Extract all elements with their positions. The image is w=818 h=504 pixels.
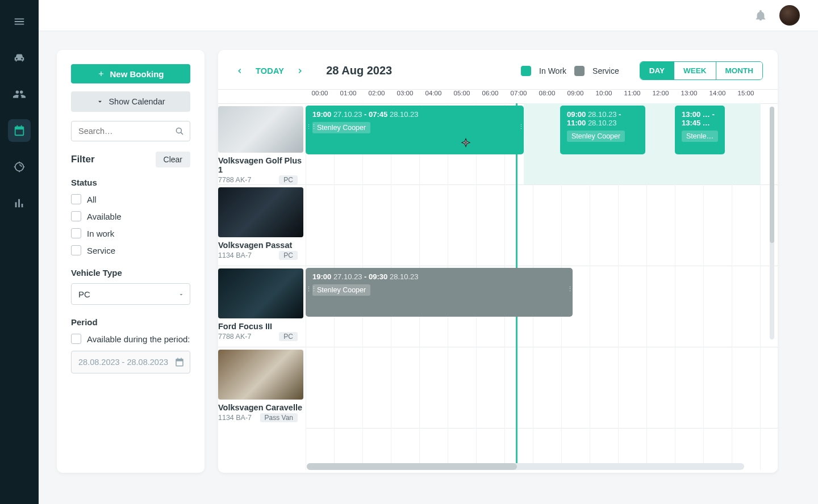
chevron-down-icon: [178, 291, 185, 298]
calendar-icon[interactable]: [8, 119, 31, 142]
status-label: Service: [87, 246, 115, 255]
time-label: 08:00: [533, 90, 561, 103]
vertical-scroll-thumb[interactable]: [770, 107, 774, 243]
row-label-column: Volksvagen Golf Plus 17788 AK-7PCVolksva…: [218, 103, 306, 428]
filter-title: Filter: [71, 154, 95, 165]
checkbox-icon: [71, 211, 81, 221]
vehicle-type-badge: Pass Van: [260, 413, 298, 422]
checkbox-icon: [71, 245, 81, 255]
booking-customer: Stenley Cooper: [312, 122, 370, 133]
time-label: 12:00: [646, 90, 675, 103]
vehicle-type-badge: PC: [279, 251, 298, 260]
avatar[interactable]: [779, 5, 800, 26]
vehicle-name: Volksvagen Caravelle: [218, 403, 306, 412]
vehicle-row: Volksvagen Caravelle1134 BA-7Pass Van: [218, 347, 306, 428]
horizontal-scrollbar[interactable]: [307, 463, 744, 470]
vehicle-name: Volksvagen Passat: [218, 241, 306, 250]
drag-handle-left[interactable]: ⋮⋮: [306, 287, 310, 297]
time-label: 11:00: [618, 90, 646, 103]
view-toggle: DAY WEEK MONTH: [640, 61, 763, 80]
status-checkbox-in-work[interactable]: In work: [71, 228, 190, 238]
vehicle-image: [218, 268, 303, 318]
timeline-grid[interactable]: 19:00 27.10.23 - 07:45 28.10.23Stenley C…: [306, 103, 778, 470]
drag-handle-left[interactable]: ⋮⋮: [306, 125, 310, 135]
svg-point-0: [15, 163, 24, 171]
vehicle-image: [218, 187, 303, 237]
car-icon[interactable]: [8, 47, 31, 69]
today-button[interactable]: TODAY: [256, 66, 284, 75]
booking-customer: Stenley Cooper: [312, 284, 370, 296]
svg-point-1: [176, 128, 181, 133]
booking-time: 19:00 27.10.23 - 07:45 28.10.23: [312, 110, 517, 119]
vertical-scrollbar[interactable]: [770, 107, 774, 339]
vehicle-type-badge: PC: [279, 332, 298, 341]
time-label: 07:00: [504, 90, 533, 103]
period-checkbox-label: Available during the period:: [87, 334, 190, 344]
booking-block[interactable]: 19:00 27.10.23 - 09:30 28.10.23Stenley C…: [306, 268, 573, 317]
vehicle-image: [218, 106, 303, 153]
target-icon[interactable]: [8, 156, 31, 178]
top-bar: [39, 0, 818, 31]
new-booking-button[interactable]: New Booking: [71, 64, 190, 83]
vehicle-image: [218, 350, 303, 400]
status-label: Available: [87, 212, 122, 221]
vehicle-name: Ford Focus III: [218, 322, 306, 331]
period-title: Period: [71, 317, 190, 327]
view-day-button[interactable]: DAY: [640, 62, 674, 79]
period-date-input[interactable]: [71, 351, 190, 373]
schedule-header: TODAY 28 Aug 2023 In Work Service DAY WE…: [218, 50, 778, 89]
new-booking-label: New Booking: [110, 69, 164, 79]
booking-time: 19:00 27.10.23 - 09:30 28.10.23: [312, 272, 566, 281]
chevron-down-icon: [96, 98, 104, 106]
drag-handle-right[interactable]: ⋮⋮: [518, 125, 523, 135]
booking-block[interactable]: 19:00 27.10.23 - 07:45 28.10.23Stenley C…: [306, 106, 524, 154]
vehicle-type-badge: PC: [279, 175, 298, 184]
vehicle-row: Volksvagen Passat1134 BA-7PC: [218, 184, 306, 266]
booking-customer: Stenley Cooper: [567, 131, 625, 142]
side-nav: [0, 0, 39, 504]
search-input[interactable]: [71, 121, 190, 141]
inwork-swatch: [521, 66, 531, 76]
vehicle-type-title: Vehicle Type: [71, 268, 190, 278]
calendar-icon: [174, 357, 185, 367]
period-checkbox[interactable]: Available during the period:: [71, 334, 190, 344]
booking-customer: Stenle…: [682, 131, 718, 142]
bell-icon[interactable]: [754, 9, 767, 22]
status-label: All: [87, 195, 97, 204]
show-calendar-button[interactable]: Show Calendar: [71, 91, 190, 112]
time-label: 03:00: [391, 90, 419, 103]
horizontal-scroll-thumb[interactable]: [307, 463, 517, 470]
plus-icon: [97, 70, 105, 78]
checkbox-icon: [71, 228, 81, 238]
clear-button[interactable]: Clear: [156, 152, 190, 167]
status-label: In work: [87, 229, 114, 238]
prev-day-button[interactable]: [233, 64, 247, 78]
status-checkbox-available[interactable]: Available: [71, 211, 190, 221]
time-label: 14:00: [703, 90, 732, 103]
time-label: 01:00: [334, 90, 362, 103]
chevron-right-icon: [296, 67, 304, 75]
menu-icon[interactable]: [8, 10, 31, 33]
drag-handle-right[interactable]: ⋮⋮: [567, 287, 571, 297]
booking-block[interactable]: 09:00 28.10.23 - 11:00 28.10.23Stenley C…: [560, 106, 645, 154]
time-header: 00:0001:0002:0003:0004:0005:0006:0007:00…: [306, 90, 760, 103]
status-checkbox-all[interactable]: All: [71, 194, 190, 204]
view-week-button[interactable]: WEEK: [674, 62, 716, 79]
view-month-button[interactable]: MONTH: [716, 62, 763, 79]
vehicle-type-select[interactable]: PC: [71, 283, 190, 305]
time-label: 09:00: [561, 90, 590, 103]
checkbox-icon: [71, 194, 81, 204]
people-icon[interactable]: [8, 83, 31, 106]
booking-block[interactable]: 13:00 … - 13:45 …Stenle…: [675, 106, 725, 154]
chart-icon[interactable]: [8, 192, 31, 215]
status-checkbox-service[interactable]: Service: [71, 245, 190, 255]
status-title: Status: [71, 178, 190, 187]
vehicle-name: Volksvagen Golf Plus 1: [218, 156, 306, 174]
next-day-button[interactable]: [293, 64, 307, 78]
time-label: 04:00: [419, 90, 448, 103]
time-label: 13:00: [675, 90, 703, 103]
schedule-panel: TODAY 28 Aug 2023 In Work Service DAY WE…: [218, 50, 778, 473]
vehicle-row: Ford Focus III7788 AK-7PC: [218, 266, 306, 347]
legend-inwork-label: In Work: [539, 66, 566, 75]
vehicle-plate: 7788 AK-7: [218, 176, 251, 184]
